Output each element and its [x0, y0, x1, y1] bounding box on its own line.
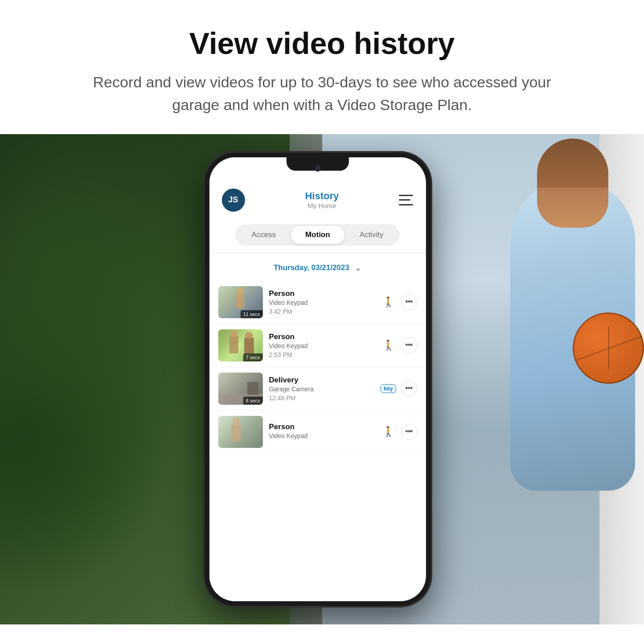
more-button-3[interactable]: ••• — [401, 381, 417, 397]
item-actions-2: 🚶 ••• — [380, 337, 417, 353]
item-title-4: Person — [269, 422, 374, 431]
more-button-4[interactable]: ••• — [401, 424, 417, 440]
phone-notch — [286, 157, 349, 171]
item-title-1: Person — [269, 289, 374, 298]
chevron-down-icon: ⌄ — [355, 263, 361, 273]
menu-line-3 — [399, 204, 413, 205]
tabs-inner: Access Motion Activity — [235, 224, 399, 246]
list-item[interactable]: 7 secs Person Video Keypad 2:53 PM 🚶 — [209, 324, 426, 367]
list-item[interactable]: Person Video Keypad 🚶 ••• — [209, 410, 426, 454]
phone-container: JS History My Home — [204, 152, 431, 607]
item-source-3: Garage Camera — [269, 386, 374, 393]
tab-motion[interactable]: Motion — [291, 226, 345, 244]
tab-access[interactable]: Access — [237, 226, 290, 244]
page-title: View video history — [89, 27, 555, 60]
person-icon-1: 🚶 — [380, 294, 396, 310]
video-duration-2: 7 secs — [243, 353, 263, 361]
item-time-1: 3:42 PM — [269, 308, 374, 315]
menu-icon[interactable] — [399, 195, 413, 205]
date-header[interactable]: Thursday, 03/21/2023 ⌄ — [209, 255, 426, 281]
key-icon: key — [381, 384, 396, 393]
app-content: JS History My Home — [209, 157, 426, 601]
walking-person-icon-2: 🚶 — [382, 340, 394, 351]
date-text: Thursday, 03/21/2023 — [274, 263, 349, 272]
person-head — [537, 139, 608, 228]
more-button-2[interactable]: ••• — [401, 337, 417, 353]
item-info-1: Person Video Keypad 3:42 PM — [269, 289, 374, 315]
item-source-2: Video Keypad — [269, 342, 374, 349]
screen-title: History — [305, 190, 339, 202]
avatar[interactable]: JS — [222, 189, 245, 212]
top-section: View video history Record and view video… — [0, 0, 644, 134]
key-badge-icon: key — [380, 381, 396, 397]
item-time-3: 12:48 PM — [269, 394, 374, 402]
video-duration-3: 8 secs — [243, 397, 263, 405]
phone-frame: JS History My Home — [204, 152, 431, 607]
item-source-1: Video Keypad — [269, 299, 374, 306]
page-subtitle: Record and view videos for up to 30-days… — [89, 71, 555, 116]
background-section: JS History My Home — [0, 134, 644, 624]
item-time-2: 2:53 PM — [269, 351, 374, 358]
menu-line-1 — [399, 195, 413, 196]
walking-person-icon: 🚶 — [382, 296, 394, 308]
video-thumbnail-2[interactable]: 7 secs — [218, 329, 263, 361]
header-center: History My Home — [305, 190, 339, 209]
basketball — [573, 312, 644, 384]
person-icon-4: 🚶 — [380, 424, 396, 440]
item-source-4: Video Keypad — [269, 432, 374, 439]
item-actions-4: 🚶 ••• — [380, 424, 417, 440]
more-button-1[interactable]: ••• — [401, 294, 417, 310]
video-thumbnail-1[interactable]: 11 secs — [218, 286, 263, 318]
item-title-2: Person — [269, 332, 374, 341]
screen-subtitle: My Home — [305, 202, 339, 209]
history-list: 11 secs Person Video Keypad 3:42 PM 🚶 — [209, 281, 426, 601]
item-title-3: Delivery — [269, 376, 374, 385]
item-actions-1: 🚶 ••• — [380, 294, 417, 310]
tabs-container: Access Motion Activity — [209, 219, 426, 251]
item-info-4: Person Video Keypad — [269, 422, 374, 441]
video-thumbnail-3[interactable]: 8 secs — [218, 373, 263, 405]
item-info-2: Person Video Keypad 2:53 PM — [269, 332, 374, 358]
video-duration-1: 11 secs — [240, 310, 263, 318]
tab-activity[interactable]: Activity — [345, 226, 398, 244]
item-info-3: Delivery Garage Camera 12:48 PM — [269, 376, 374, 402]
list-item[interactable]: 8 secs Delivery Garage Camera 12:48 PM k… — [209, 367, 426, 410]
video-thumbnail-4[interactable] — [218, 416, 263, 448]
item-actions-3: key ••• — [380, 381, 417, 397]
list-item[interactable]: 11 secs Person Video Keypad 3:42 PM 🚶 — [209, 281, 426, 324]
person-icon-2: 🚶 — [380, 337, 396, 353]
menu-line-2 — [399, 199, 410, 201]
phone-screen: JS History My Home — [209, 157, 426, 601]
phone-camera — [314, 165, 320, 172]
walking-person-icon-4: 🚶 — [382, 426, 394, 438]
divider — [209, 253, 426, 253]
